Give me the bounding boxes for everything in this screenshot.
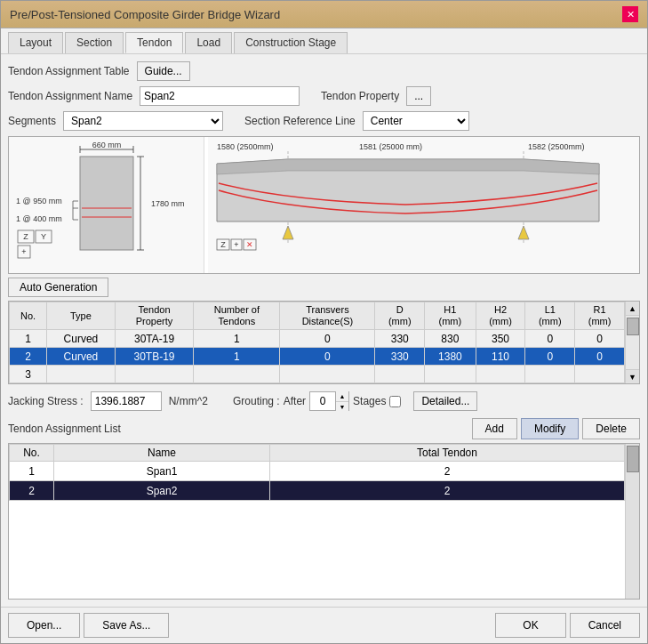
footer-right-buttons: OK Cancel — [495, 613, 640, 638]
ok-button[interactable]: OK — [495, 613, 565, 638]
jacking-label: Jacking Stress : — [8, 395, 84, 407]
tab-construction-stage[interactable]: Construction Stage — [234, 32, 348, 53]
svg-text:Y: Y — [41, 232, 46, 241]
list-table-header: No. Name Total Tendon — [10, 445, 625, 462]
grouting-stages-label: Stages — [353, 395, 386, 407]
spinner-arrows: ▲ ▼ — [335, 391, 348, 411]
grouting-label: Grouting : — [233, 395, 280, 407]
lth-name: Name — [54, 445, 270, 462]
left-diagram: 660 mm 1780 mm Z Y — [9, 137, 204, 273]
auto-generation-row: Auto Generation — [8, 278, 640, 297]
tendon-table: No. Type TendonProperty Number ofTendons… — [9, 302, 625, 383]
tendon-property-button[interactable]: ... — [406, 86, 431, 106]
grouting-after-label: After — [284, 395, 306, 407]
tab-load[interactable]: Load — [185, 32, 232, 53]
svg-text:+: + — [234, 240, 238, 249]
tendon-table-row[interactable]: 3 — [10, 366, 625, 383]
th-r1: R1(mm) — [575, 302, 625, 330]
tab-layout[interactable]: Layout — [8, 32, 63, 53]
scroll-track — [626, 316, 639, 369]
list-scrollbar[interactable] — [625, 444, 639, 599]
assignment-name-input[interactable] — [140, 86, 300, 106]
grouting-checkbox[interactable] — [389, 396, 401, 407]
diagram-area: 660 mm 1780 mm Z Y — [8, 136, 640, 274]
list-header: Tendon Assignment List Add Modify Delete — [8, 418, 640, 439]
assignment-name-label: Tendon Assignment Name — [8, 90, 132, 102]
detailed-button[interactable]: Detailed... — [413, 391, 477, 411]
auto-generation-button[interactable]: Auto Generation — [8, 278, 108, 297]
tendon-assignment-list-section: Tendon Assignment List Add Modify Delete… — [8, 418, 640, 600]
scroll-thumb[interactable] — [627, 318, 639, 335]
tendon-table-row[interactable]: 2Curved30TB-1910330138011000 — [10, 348, 625, 366]
modify-button[interactable]: Modify — [521, 418, 579, 439]
section-ref-label: Section Reference Line — [244, 115, 356, 127]
save-as-button[interactable]: Save As... — [84, 613, 169, 638]
jacking-input[interactable] — [91, 391, 162, 411]
th-no: No. — [10, 302, 47, 330]
svg-text:1 @  950 mm: 1 @ 950 mm — [16, 197, 62, 205]
spinner-up[interactable]: ▲ — [336, 391, 348, 401]
content-area: Tendon Assignment Table Guide... Tendon … — [1, 54, 647, 607]
svg-text:Z: Z — [220, 240, 226, 249]
open-button[interactable]: Open... — [8, 613, 80, 638]
jacking-unit: N/mm^2 — [169, 395, 208, 407]
tendon-assignment-table-label: Tendon Assignment Table — [8, 65, 130, 77]
th-type: Type — [47, 302, 116, 330]
scroll-down-button[interactable]: ▼ — [626, 369, 639, 383]
svg-text:1581 (25000 mm): 1581 (25000 mm) — [359, 142, 422, 151]
th-h1: H1(mm) — [425, 302, 476, 330]
segments-select[interactable]: Span2 — [63, 111, 223, 131]
section-ref-select[interactable]: Center — [363, 111, 469, 131]
tab-section[interactable]: Section — [65, 32, 124, 53]
tendon-table-header: No. Type TendonProperty Number ofTendons… — [10, 302, 625, 330]
assignment-list-table: No. Name Total Tendon 1Span122Span22 — [9, 444, 625, 501]
list-scroll-thumb[interactable] — [627, 446, 639, 472]
title-bar: Pre/Post-Tensioned Composite Girder Brid… — [1, 1, 647, 28]
add-button[interactable]: Add — [472, 418, 517, 439]
tendon-property-label: Tendon Property — [321, 90, 399, 102]
list-item[interactable]: 1Span12 — [10, 462, 625, 481]
tendon-assignment-table-row: Tendon Assignment Table Guide... — [8, 61, 640, 81]
svg-text:1780 mm: 1780 mm — [151, 199, 185, 208]
delete-button[interactable]: Delete — [582, 418, 640, 439]
grouting-spinner[interactable]: ▲ ▼ — [309, 391, 349, 411]
right-diagram-svg: 1580 (2500mm) 1581 (25000 mm) 1582 (2500… — [208, 137, 608, 273]
svg-text:1580 (2500mm): 1580 (2500mm) — [217, 142, 274, 151]
jacking-row: Jacking Stress : N/mm^2 Grouting : After… — [8, 388, 640, 415]
lth-no: No. — [10, 445, 54, 462]
svg-rect-0 — [80, 157, 133, 250]
footer-left-buttons: Open... Save As... — [8, 613, 169, 638]
guide-button[interactable]: Guide... — [137, 61, 190, 81]
segments-label: Segments — [8, 115, 56, 127]
list-table: No. Name Total Tendon 1Span122Span22 — [9, 444, 625, 599]
main-window: Pre/Post-Tensioned Composite Girder Brid… — [0, 0, 648, 644]
th-d: D(mm) — [375, 302, 425, 330]
list-table-container: No. Name Total Tendon 1Span122Span22 — [8, 443, 640, 600]
svg-text:+: + — [21, 247, 26, 256]
spinner-down[interactable]: ▼ — [336, 401, 348, 411]
list-action-buttons: Add Modify Delete — [472, 418, 640, 439]
scroll-up-button[interactable]: ▲ — [626, 302, 639, 316]
tendon-table-scrollbar[interactable]: ▲ ▼ — [625, 302, 639, 383]
svg-text:✕: ✕ — [246, 240, 253, 249]
left-diagram-svg: 660 mm 1780 mm Z Y — [9, 137, 204, 273]
grouting-value-input[interactable] — [310, 395, 335, 407]
list-title: Tendon Assignment List — [8, 423, 121, 435]
th-l1: L1(mm) — [525, 302, 575, 330]
th-transvers: TransversDistance(S) — [280, 302, 375, 330]
svg-text:1 @  400 mm: 1 @ 400 mm — [16, 214, 62, 223]
list-item[interactable]: 2Span22 — [10, 481, 625, 501]
close-button[interactable]: ✕ — [622, 6, 638, 22]
tab-bar: Layout Section Tendon Load Construction … — [1, 28, 647, 54]
right-diagram: 1580 (2500mm) 1581 (25000 mm) 1582 (2500… — [208, 137, 639, 273]
svg-text:1582 (2500mm): 1582 (2500mm) — [528, 142, 585, 151]
tab-tendon[interactable]: Tendon — [125, 32, 183, 53]
cancel-button[interactable]: Cancel — [570, 613, 640, 638]
tendon-table-container: No. Type TendonProperty Number ofTendons… — [8, 301, 640, 384]
svg-text:Z: Z — [23, 232, 28, 241]
tendon-table-row[interactable]: 1Curved30TA-191033083035000 — [10, 330, 625, 348]
th-h2: H2(mm) — [476, 302, 525, 330]
th-num-tendons: Number ofTendons — [194, 302, 280, 330]
name-property-row: Tendon Assignment Name Tendon Property .… — [8, 86, 640, 106]
th-tendon-property: TendonProperty — [115, 302, 194, 330]
